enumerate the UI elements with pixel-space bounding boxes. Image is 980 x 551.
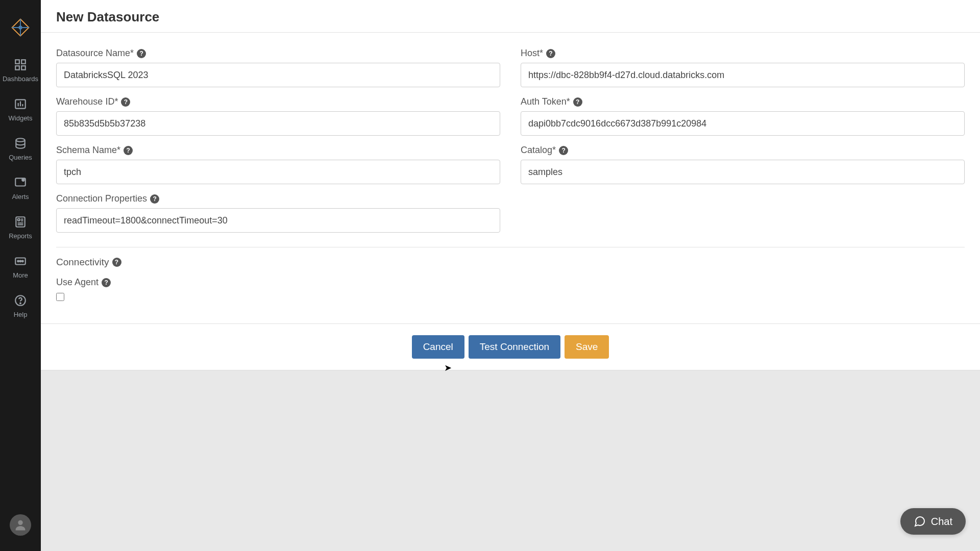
queries-icon [13,136,28,151]
help-icon[interactable]: ? [112,258,121,267]
warehouse-id-input[interactable] [56,111,500,136]
svg-point-21 [20,261,21,262]
catalog-input[interactable] [521,160,965,184]
test-connection-button[interactable]: Test Connection [469,335,560,359]
sidebar-item-label: Alerts [12,193,29,201]
host-label: Host* ? [521,48,965,59]
page-title: New Datasource [56,9,965,25]
svg-rect-4 [21,66,26,70]
sidebar-item-more[interactable]: More [13,254,28,279]
help-icon[interactable]: ? [121,97,130,107]
help-icon[interactable]: ? [137,49,146,58]
sidebar-item-help[interactable]: Help [13,293,28,318]
svg-rect-2 [21,60,26,64]
auth-token-label: Auth Token* ? [521,96,965,107]
svg-point-9 [16,138,24,142]
svg-rect-1 [15,60,19,64]
page-header: New Datasource [41,0,980,32]
sidebar-item-widgets[interactable]: Widgets [9,97,33,122]
sidebar-item-label: Widgets [9,114,33,122]
more-icon [13,254,28,268]
svg-point-20 [17,261,19,262]
host-input[interactable] [521,63,965,87]
sidebar-item-label: More [13,271,28,279]
help-icon [13,293,28,308]
connection-properties-input[interactable] [56,208,500,233]
sidebar-item-reports[interactable]: Reports [9,215,32,240]
sidebar-item-label: Dashboards [3,75,38,83]
svg-point-22 [22,261,23,262]
save-button[interactable]: Save [565,335,609,359]
datasource-form: Datasource Name* ? Host* ? [41,32,980,323]
datasource-name-input[interactable] [56,63,500,87]
svg-point-14 [18,219,20,221]
connectivity-heading: Connectivity ? [56,257,965,268]
svg-point-25 [18,520,22,525]
use-agent-label: Use Agent ? [56,277,965,288]
cancel-button[interactable]: Cancel [412,335,464,359]
reports-icon [13,215,28,229]
use-agent-checkbox[interactable] [56,293,64,301]
sidebar-item-label: Queries [9,154,32,161]
schema-name-label: Schema Name* ? [56,145,500,156]
help-icon[interactable]: ? [559,146,568,155]
help-icon[interactable]: ? [102,278,111,287]
help-icon[interactable]: ? [150,194,159,204]
sidebar: Dashboards Widgets Queries ! Alerts Repo… [0,0,41,551]
main-content: New Datasource Datasource Name* ? Host* [41,0,980,551]
warehouse-id-label: Warehouse ID* ? [56,96,500,107]
svg-point-24 [20,303,21,304]
chat-icon [914,515,926,528]
dashboards-icon [13,58,28,72]
datasource-name-label: Datasource Name* ? [56,48,500,59]
app-logo [8,15,33,40]
help-icon[interactable]: ? [573,97,582,107]
sidebar-item-label: Help [14,311,28,318]
user-avatar[interactable] [10,514,31,536]
svg-point-0 [18,26,22,29]
sidebar-item-dashboards[interactable]: Dashboards [3,58,38,83]
form-footer: Cancel Test Connection Save [41,323,980,370]
svg-rect-3 [15,66,19,70]
auth-token-input[interactable] [521,111,965,136]
schema-name-input[interactable] [56,160,500,184]
widgets-icon [13,97,28,111]
sidebar-item-queries[interactable]: Queries [9,136,32,161]
chat-widget[interactable]: Chat [900,508,966,535]
connection-properties-label: Connection Properties ? [56,193,500,204]
sidebar-item-alerts[interactable]: ! Alerts [12,176,29,201]
help-icon[interactable]: ? [124,146,133,155]
catalog-label: Catalog* ? [521,145,965,156]
help-icon[interactable]: ? [546,49,555,58]
chat-label: Chat [931,516,952,528]
sidebar-item-label: Reports [9,232,32,240]
svg-rect-13 [16,217,24,227]
alerts-icon: ! [13,176,28,190]
